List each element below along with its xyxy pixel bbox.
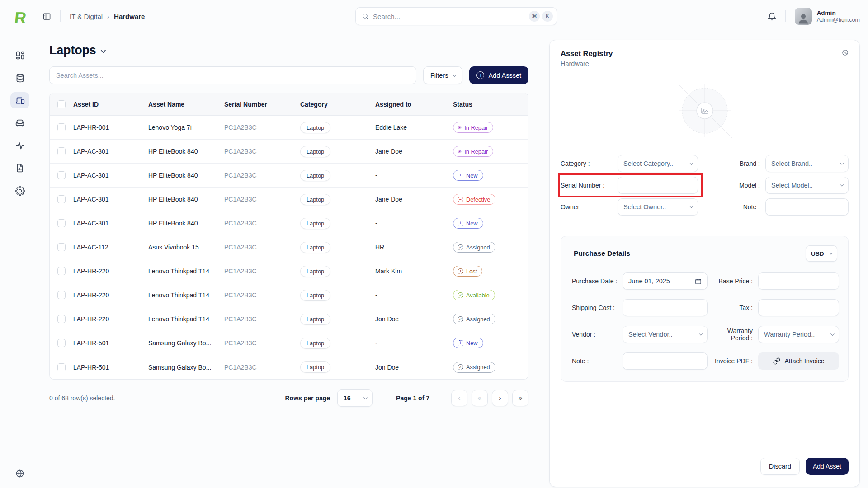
column-header-status[interactable]: Status [451, 101, 528, 108]
serial-number-field[interactable] [618, 177, 698, 194]
avatar [795, 8, 812, 25]
sidebar-item-settings[interactable] [10, 183, 29, 199]
purchase-note-input[interactable] [628, 357, 702, 365]
tax-input[interactable] [764, 304, 833, 311]
table-row[interactable]: LAP-AC-301 HP EliteBook 840 PC1A2B3C Lap… [50, 140, 528, 164]
row-checkbox[interactable] [57, 291, 66, 299]
sidebar-item-furniture[interactable] [10, 115, 29, 131]
column-header-asset-id[interactable]: Asset ID [71, 101, 146, 108]
table-row[interactable]: LAP-HR-220 Lenovo Thinkpad T14 PC1A2B3C … [50, 259, 528, 283]
row-checkbox[interactable] [57, 315, 66, 323]
model-select[interactable]: Select Model.. [765, 177, 849, 194]
table-row[interactable]: LAP-HR-501 Samsung Galaxy Bo... PC1A2B3C… [50, 331, 528, 355]
column-header-asset-name[interactable]: Asset Name [146, 101, 222, 108]
purchase-date-picker[interactable]: June 01, 2025 [623, 272, 708, 290]
cell-asset-id: LAP-HR-501 [71, 339, 146, 347]
chevron-down-icon [100, 47, 105, 52]
row-checkbox[interactable] [57, 267, 66, 275]
top-bar: IT & Digital › Hardware ⌘ K Admin Admin@… [40, 0, 868, 33]
note-field[interactable] [765, 198, 849, 216]
ban-icon[interactable] [842, 49, 849, 58]
tax-field[interactable] [758, 299, 839, 316]
sidebar-item-reports[interactable] [10, 160, 29, 176]
category-select[interactable]: Select Category.. [618, 155, 698, 172]
column-header-serial[interactable]: Serial Number [222, 101, 298, 108]
column-header-category[interactable]: Category [298, 101, 373, 108]
shipping-cost-field[interactable] [623, 299, 708, 316]
cell-serial: PC1A2B3C [222, 172, 298, 179]
base-price-input[interactable] [764, 277, 833, 285]
table-row[interactable]: LAP-HR-001 Lenovo Yoga 7i PC1A2B3C Lapto… [50, 116, 528, 140]
note-input[interactable] [771, 203, 843, 211]
table-row[interactable]: LAP-AC-301 HP EliteBook 840 PC1A2B3C Lap… [50, 164, 528, 188]
sidebar-toggle-button[interactable] [42, 12, 51, 21]
user-menu[interactable]: Admin Admin@tiqri.com [795, 8, 860, 25]
row-checkbox[interactable] [57, 195, 66, 203]
panel-add-asset-button[interactable]: Add Asset [806, 458, 849, 475]
sidebar-item-activity[interactable] [10, 137, 29, 154]
column-header-assigned[interactable]: Assigned to [373, 101, 451, 108]
table-row[interactable]: LAP-AC-301 HP EliteBook 840 PC1A2B3C Lap… [50, 188, 528, 211]
row-checkbox[interactable] [57, 363, 66, 371]
add-asset-button[interactable]: + Add Assset [469, 66, 528, 84]
cell-category: Laptop [298, 146, 373, 157]
warranty-period-select[interactable]: Warranty Period.. [758, 326, 839, 343]
serial-number-input[interactable] [623, 182, 692, 189]
pager-button[interactable]: › [492, 390, 508, 406]
asset-search-input[interactable] [49, 66, 416, 84]
cell-serial: PC1A2B3C [222, 124, 298, 131]
row-checkbox[interactable] [57, 243, 66, 251]
global-search-input[interactable] [373, 13, 527, 20]
row-checkbox[interactable] [57, 339, 66, 347]
brand-select[interactable]: Select Brand.. [765, 155, 849, 172]
owner-value: Select Owner.. [623, 203, 666, 211]
table-row[interactable]: LAP-AC-301 HP EliteBook 840 PC1A2B3C Lap… [50, 211, 528, 235]
row-checkbox[interactable] [57, 123, 66, 131]
assets-table: Asset ID Asset Name Serial Number Catego… [49, 93, 528, 380]
cell-asset-id: LAP-AC-301 [71, 220, 146, 227]
dashboard-icon [15, 51, 25, 60]
sidebar-item-devices[interactable] [10, 92, 29, 108]
cell-assigned: - [373, 291, 451, 299]
discard-button[interactable]: Discard [760, 458, 800, 475]
table-row[interactable]: LAP-AC-112 Asus Vivobook 15 PC1A2B3C Lap… [50, 235, 528, 259]
user-name: Admin [817, 9, 860, 16]
cell-status: +New [451, 218, 528, 229]
notifications-button[interactable] [768, 12, 776, 21]
pager-button[interactable]: ‹ [451, 390, 467, 406]
purchase-note-field[interactable] [623, 352, 708, 370]
category-badge: Laptop [300, 361, 330, 373]
rows-per-page-select[interactable]: 16 [337, 389, 373, 407]
pager: ‹«›» [451, 390, 528, 406]
table-row[interactable]: LAP-HR-220 Lenovo Thinkpad T14 PC1A2B3C … [50, 283, 528, 307]
image-upload-placeholder[interactable] [673, 79, 736, 142]
category-badge: Laptop [300, 290, 330, 301]
breadcrumb-section[interactable]: IT & Digital [70, 13, 103, 20]
vendor-select[interactable]: Select Vendor.. [623, 326, 708, 343]
base-price-field[interactable] [758, 272, 839, 290]
owner-select[interactable]: Select Owner.. [618, 198, 698, 216]
sidebar-item-database[interactable] [10, 70, 29, 86]
select-all-checkbox[interactable] [57, 100, 66, 108]
row-checkbox[interactable] [57, 171, 66, 179]
row-checkbox[interactable] [57, 147, 66, 155]
row-checkbox[interactable] [57, 219, 66, 227]
currency-select[interactable]: USD [806, 245, 837, 262]
sidebar-item-language[interactable] [15, 469, 24, 480]
filters-button[interactable]: Filters [423, 66, 462, 84]
table-row[interactable]: LAP-HR-501 Samsung Galaxy Bo... PC1A2B3C… [50, 355, 528, 379]
brand-logo[interactable]: R [14, 10, 26, 26]
vendor-label: Vendor : [572, 331, 623, 338]
pager-button[interactable]: « [472, 390, 488, 406]
purchase-date-label: Purchase Date : [572, 277, 623, 285]
cell-assigned: Jane Doe [373, 196, 451, 203]
selected-rows-text: 0 of 68 row(s) selected. [49, 394, 115, 402]
table-row[interactable]: LAP-HR-220 Lenovo Thinkpad T14 PC1A2B3C … [50, 307, 528, 331]
global-search[interactable]: ⌘ K [355, 7, 557, 25]
sidebar-item-dashboard[interactable] [10, 47, 29, 63]
status-icon: + [458, 221, 463, 226]
shipping-cost-input[interactable] [628, 304, 702, 311]
title-dropdown-button[interactable] [101, 47, 104, 55]
pager-button[interactable]: » [512, 390, 528, 406]
attach-invoice-button[interactable]: Attach Invoice [758, 352, 839, 370]
